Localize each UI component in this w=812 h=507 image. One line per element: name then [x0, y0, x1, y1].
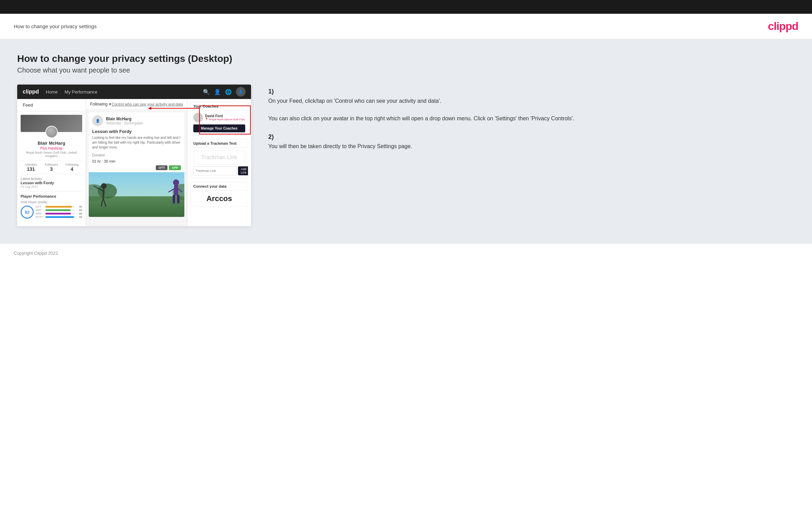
- bar-ott-track: [45, 206, 75, 208]
- profile-card: Blair McHarg Plus Handicap Royal North D…: [17, 111, 86, 222]
- followers-label: Followers: [41, 163, 62, 166]
- tpq-label: Total Player Quality: [21, 200, 82, 204]
- bar-ott-value: 90: [76, 205, 82, 208]
- bar-putt: PUTT 96: [36, 216, 82, 219]
- coach-avatar: [193, 113, 203, 122]
- tpq-row: 92 OTT 90 APP: [21, 205, 82, 219]
- profile-handicap: Plus Handicap: [21, 146, 82, 150]
- trackman-add-button[interactable]: Add Link: [238, 166, 248, 175]
- user-icon[interactable]: 👤: [214, 89, 221, 95]
- instruction-2-number: 2): [268, 133, 795, 141]
- bar-putt-label: PUTT: [36, 216, 44, 219]
- duration-label: Duration: [92, 153, 105, 157]
- svg-point-6: [98, 184, 117, 199]
- globe-icon[interactable]: 🌐: [225, 89, 232, 95]
- svg-point-8: [101, 183, 107, 189]
- app-body: Feed Blair McHarg Plus Handicap Royal No…: [17, 99, 251, 226]
- post-author-avatar: 👤: [92, 115, 103, 126]
- feed-tab[interactable]: Feed: [17, 99, 86, 111]
- app-mockup: clippd Home My Performance 🔍 👤 🌐 👤 Feed: [17, 85, 251, 226]
- following-label: Following: [62, 163, 82, 166]
- svg-point-14: [173, 179, 179, 186]
- followers-value: 3: [41, 166, 62, 172]
- tpq-circle: 92: [21, 206, 34, 219]
- bar-ott-fill: [45, 206, 72, 208]
- coach-name: David Ford: [205, 114, 245, 118]
- trackman-link-input[interactable]: [193, 166, 237, 175]
- page-subheading: Choose what you want people to see: [17, 66, 795, 74]
- avatar-image: [46, 126, 57, 137]
- player-performance: Player Performance Total Player Quality …: [21, 191, 82, 219]
- post-author-name: Blair McHarg: [106, 117, 143, 121]
- content-layout: clippd Home My Performance 🔍 👤 🌐 👤 Feed: [17, 85, 795, 226]
- profile-avatar: [45, 126, 58, 138]
- bar-arg: ARG 86: [36, 212, 82, 215]
- instructions-column: 1) On your Feed, click/tap on 'Control w…: [261, 85, 795, 161]
- activities-value: 131: [21, 166, 41, 172]
- trackman-widget: Upload a Trackman Test Trackman Link Add…: [190, 139, 248, 178]
- bar-putt-value: 96: [76, 216, 82, 219]
- post-image-svg: [89, 172, 184, 217]
- bar-app-value: 85: [76, 209, 82, 212]
- bar-arg-track: [45, 213, 75, 214]
- avatar-button[interactable]: 👤: [236, 87, 246, 97]
- site-footer: Copyright Clippd 2022: [0, 243, 812, 263]
- post-header: 👤 Blair McHarg Yesterday · Sunningdale: [89, 112, 184, 129]
- control-privacy-link[interactable]: Control who can see your activity and da…: [112, 102, 183, 106]
- svg-rect-16: [173, 195, 175, 203]
- stat-followers: Followers 3: [41, 163, 62, 172]
- badge-ott: OTT: [156, 165, 167, 170]
- following-button[interactable]: Following ▾: [90, 102, 111, 107]
- site-logo: clippd: [768, 20, 798, 33]
- bar-app-track: [45, 209, 75, 211]
- bar-app-fill: [45, 209, 71, 211]
- post-location: Yesterday · Sunningdale: [106, 121, 143, 125]
- badge-app: APP: [169, 165, 181, 170]
- arccos-brand: Arccos: [191, 191, 248, 207]
- profile-name: Blair McHarg: [21, 141, 82, 146]
- app-widgets: Your Coaches David Ford 📍 Royal North De…: [187, 99, 251, 226]
- feed-post: 👤 Blair McHarg Yesterday · Sunningdale L…: [89, 112, 184, 217]
- coach-item: David Ford 📍 Royal North Devon Golf Club: [191, 111, 248, 124]
- post-title: Lesson with Fordy: [89, 129, 184, 135]
- connect-widget: Connect your data Arccos: [190, 182, 248, 207]
- post-badges: OTT APP: [89, 165, 184, 172]
- feed-header: Following ▾ Control who can see your act…: [86, 99, 187, 110]
- connect-widget-title: Connect your data: [191, 182, 248, 191]
- post-duration: Duration: [89, 152, 184, 158]
- coach-info: David Ford 📍 Royal North Devon Golf Club: [205, 114, 245, 121]
- bar-arg-fill: [45, 213, 71, 214]
- bar-putt-track: [45, 216, 75, 218]
- trackman-input-row: Add Link: [193, 166, 245, 175]
- post-description: Looking to feel like my hands are exitin…: [89, 135, 184, 152]
- player-performance-title: Player Performance: [21, 194, 82, 198]
- bar-putt-fill: [45, 216, 74, 218]
- nav-my-performance[interactable]: My Performance: [65, 89, 97, 95]
- post-image: [89, 172, 184, 217]
- latest-activity-title: Lesson with Fordy: [21, 181, 82, 185]
- bar-ott: OTT 90: [36, 205, 82, 208]
- svg-rect-15: [174, 185, 178, 196]
- page-breadcrumb: How to change your privacy settings: [14, 23, 97, 29]
- duration-value: 01 hr : 30 min: [89, 158, 184, 165]
- bar-ott-label: OTT: [36, 205, 44, 208]
- page-title: How to change your privacy settings (Des…: [17, 53, 795, 64]
- copyright-text: Copyright Clippd 2022: [14, 251, 58, 256]
- tpq-bars: OTT 90 APP 85: [36, 205, 82, 219]
- latest-activity-date: 03 Aug 2022: [21, 185, 82, 188]
- stat-following: Following 4: [62, 163, 82, 172]
- profile-banner: [21, 115, 82, 132]
- svg-line-9: [103, 189, 104, 198]
- profile-club: Royal North Devon Golf Club, United King…: [21, 151, 82, 158]
- bar-app: APP 85: [36, 209, 82, 212]
- app-feed: Following ▾ Control who can see your act…: [86, 99, 187, 226]
- instruction-1-text: On your Feed, click/tap on 'Control who …: [268, 97, 795, 123]
- top-bar: [0, 0, 812, 14]
- instruction-1-number: 1): [268, 88, 795, 95]
- post-author-info: Blair McHarg Yesterday · Sunningdale: [106, 117, 143, 125]
- search-icon[interactable]: 🔍: [203, 89, 210, 95]
- nav-home[interactable]: Home: [46, 89, 58, 95]
- manage-coaches-button[interactable]: Manage Your Coaches: [193, 124, 245, 132]
- pin-icon: 📍: [205, 118, 208, 121]
- activities-label: Activities: [21, 163, 41, 166]
